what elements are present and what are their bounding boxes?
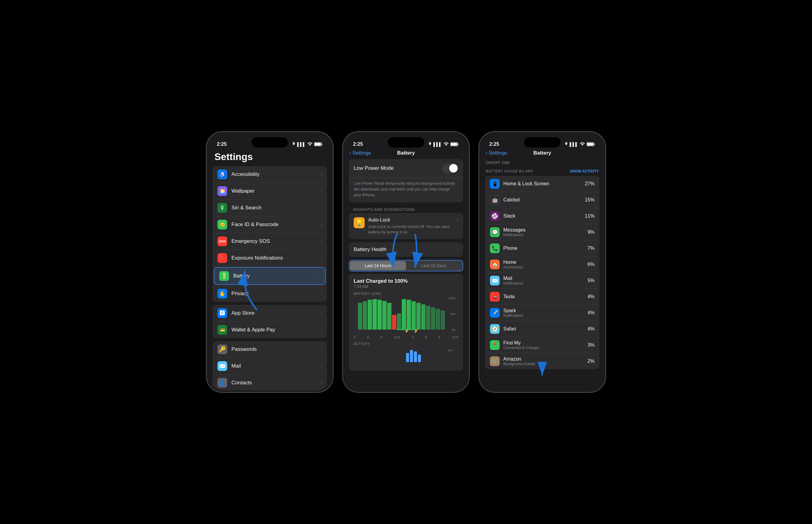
row-siri[interactable]: 🎙 Siri & Search › (213, 200, 327, 216)
autolock-row[interactable]: 💡 Auto-Lock › Auto-Lock is currently tur… (349, 213, 463, 239)
row-privacy[interactable]: ✋ Privacy › (213, 285, 327, 302)
phone-name: Phone (503, 246, 588, 251)
usage-row-spark[interactable]: ✈️ Spark Notifications 4% (485, 305, 599, 321)
privacy-label: Privacy (232, 291, 321, 297)
usage-row-mail[interactable]: ✉️ Mail Notifications 5% (485, 273, 599, 289)
usage-row-slack[interactable]: Slack 11% (485, 208, 599, 224)
back-chevron-2: ‹ (350, 150, 351, 156)
svg-rect-15 (382, 301, 387, 330)
svg-rect-13 (373, 299, 377, 330)
svg-rect-5 (451, 143, 457, 145)
sos-label: Emergency SOS (232, 238, 321, 244)
back-label-3: Settings (489, 150, 507, 156)
chevron-icon: › (321, 189, 322, 194)
segment-10d[interactable]: Last 10 Days (406, 261, 462, 270)
time-9p: 9 (439, 335, 440, 339)
wifi-icon-2 (444, 143, 449, 146)
settings-section-1: ♿ Accessibility › 🌅 Wallpaper › 🎙 Siri &… (213, 166, 327, 302)
row-contacts[interactable]: 👤 Contacts › (213, 375, 327, 390)
usage-row-calcbot[interactable]: 🤖 Calcbot 15% (485, 192, 599, 208)
messages-icon: 💬 (490, 227, 500, 237)
svg-rect-2 (322, 144, 322, 145)
back-chevron-3: ‹ (486, 150, 488, 156)
chevron-icon: › (321, 311, 322, 315)
sos-icon: SOS (217, 236, 227, 246)
segment-24h[interactable]: Last 24 Hours (350, 261, 406, 270)
svg-rect-12 (368, 300, 372, 330)
usage-row-phone[interactable]: 📞 Phone 7% (485, 241, 599, 257)
time-9: 9 (380, 335, 382, 339)
scene: 2:25 ▌▌▌ Settings ♿ Accessibility › (200, 119, 612, 405)
phone-info: Phone (503, 246, 588, 251)
svg-rect-14 (377, 300, 382, 330)
row-faceid[interactable]: 😊 Face ID & Passcode › (213, 216, 327, 233)
home-lock-pct: 27% (585, 181, 595, 186)
svg-rect-17 (392, 315, 396, 330)
amazon-info: Amazon Background Activity (503, 356, 588, 366)
time-3p: 3 (412, 335, 413, 339)
mail-app-sub: Notifications (503, 281, 588, 285)
slack-icon (490, 211, 500, 221)
usage-row-messages[interactable]: 💬 Messages Notifications 9% (485, 224, 599, 241)
low-power-toggle[interactable] (442, 163, 458, 173)
wallet-icon: 💳 (217, 325, 227, 335)
wifi-icon-3 (580, 143, 585, 146)
home-lock-info: Home & Lock Screen (503, 181, 585, 186)
show-activity-button[interactable]: SHOW ACTIVITY (570, 169, 599, 174)
usage-row-home[interactable]: 🏠 Home Accessories 6% (485, 257, 599, 273)
svg-text:⚡: ⚡ (405, 329, 409, 333)
svg-rect-20 (407, 300, 411, 330)
home-lock-icon: 📱 (490, 179, 500, 189)
row-mail[interactable]: ✉️ Mail › (213, 358, 327, 375)
row-wallet[interactable]: 💳 Wallet & Apple Pay › (213, 322, 327, 338)
battery-row-icon: 🔋 (219, 271, 229, 281)
settings-section-3: 🔑 Passwords › ✉️ Mail › 👤 Contacts › (213, 341, 327, 390)
nav-bar-2: ‹ Settings Battery (344, 149, 468, 159)
accessibility-label: Accessibility (232, 171, 321, 177)
battery-screen-title: Battery (397, 150, 415, 156)
signal-icon: ▌▌▌ (297, 142, 306, 147)
row-exposure[interactable]: 🔴 Exposure Notifications › (213, 250, 327, 266)
time-6p: 6 (425, 335, 427, 339)
svg-rect-18 (397, 313, 401, 330)
back-button-2[interactable]: ‹ Settings (350, 150, 371, 156)
back-button-3[interactable]: ‹ Settings (486, 150, 507, 156)
usage-row-tesla[interactable]: 🚗 Tesla 4% (485, 289, 599, 305)
svg-rect-22 (416, 303, 421, 330)
accessibility-icon: ♿ (217, 169, 227, 179)
row-sos[interactable]: SOS Emergency SOS › (213, 233, 327, 250)
tesla-icon: 🚗 (490, 292, 500, 301)
svg-rect-40 (594, 144, 595, 145)
usage-row-findmy[interactable]: 📍 Find My Connected to Charger 3% (485, 337, 599, 353)
autolock-icon: 💡 (354, 217, 365, 228)
row-accessibility[interactable]: ♿ Accessibility › (213, 166, 327, 183)
activity-chart-svg: 60m (354, 347, 458, 365)
amazon-icon: 🛒 (490, 356, 500, 366)
row-appstore[interactable]: 🅰 App Store › (213, 305, 327, 322)
passwords-icon: 🔑 (217, 344, 227, 354)
row-battery[interactable]: 🔋 Battery › (214, 267, 326, 285)
svg-rect-23 (421, 304, 425, 330)
back-label-2: Settings (353, 150, 371, 156)
amazon-pct: 2% (588, 358, 595, 364)
battery-chart-svg: 100% 50% 0% (354, 297, 458, 333)
row-wallpaper[interactable]: 🌅 Wallpaper › (213, 183, 327, 200)
exposure-label: Exposure Notifications (232, 255, 321, 261)
mail-app-icon: ✉️ (490, 276, 500, 285)
home-name: Home (503, 260, 588, 265)
battery-health-row[interactable]: Battery Health › (349, 242, 463, 257)
slack-name: Slack (503, 213, 585, 219)
usage-row-amazon[interactable]: 🛒 Amazon Background Activity 2% (485, 353, 599, 369)
autolock-title: Auto-Lock › (368, 217, 458, 223)
chevron-icon: › (321, 327, 322, 332)
status-time-2: 2:25 (353, 142, 363, 147)
autolock-text: Auto-Lock › Auto-Lock is currently turne… (368, 217, 458, 235)
row-passwords[interactable]: 🔑 Passwords › (213, 341, 327, 358)
scrolled-header: ON/OFF 10M (481, 159, 604, 167)
activity-label: ACTIVITY (354, 342, 458, 346)
usage-row-safari[interactable]: 🧭 Safari 4% (485, 321, 599, 337)
usage-row-home-lock[interactable]: 📱 Home & Lock Screen 27% (485, 176, 599, 192)
battery-icon-3 (587, 142, 595, 146)
chevron-icon: › (321, 256, 322, 261)
home-info: Home Accessories (503, 260, 588, 269)
